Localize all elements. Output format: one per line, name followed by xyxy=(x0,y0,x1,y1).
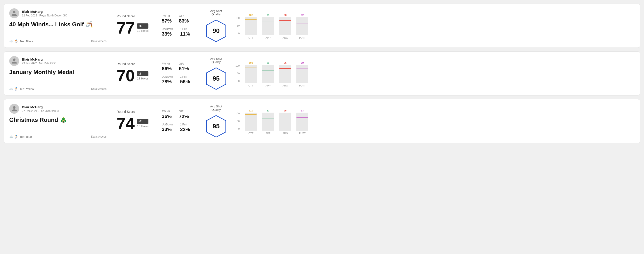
score-badge-wrapper: +2 18 Holes xyxy=(137,119,148,128)
bar-group-arg: 98 ARG xyxy=(279,14,291,39)
hexagon-container: 90 xyxy=(206,20,226,42)
stats-row-bottom: Up/Down 78% 1 Putt 56% xyxy=(162,75,198,85)
gir-value: 61% xyxy=(179,66,189,72)
user-name: Blair McHarg xyxy=(22,10,67,13)
one-putt-value: 11% xyxy=(180,31,190,37)
chart-bars: 107 OTT 95 APP 98 xyxy=(245,14,635,39)
stats-row-bottom: Up/Down 33% 1 Putt 11% xyxy=(162,27,198,37)
bar-line-putt xyxy=(296,117,308,118)
bar-label-arg: ARG xyxy=(282,132,288,135)
bar-fill-putt xyxy=(296,117,308,130)
bar-group-arg: 95 ARG xyxy=(279,109,291,135)
bar-fill-arg xyxy=(279,68,291,83)
gir-label: GIR xyxy=(179,62,189,65)
bar-label-putt: PUTT xyxy=(299,132,306,135)
chart-bars: 110 OTT 87 APP 95 xyxy=(245,109,635,135)
hexagon-container: 95 xyxy=(206,67,226,90)
tee-label: Tee: Yellow xyxy=(20,87,34,91)
stat-fw-hit: FW Hit 86% xyxy=(162,62,172,72)
one-putt-label: 1 Putt xyxy=(180,75,190,78)
score-number: 74 xyxy=(116,115,135,131)
card-quality: Avg Shot Quality 95 xyxy=(202,99,230,143)
user-details: Blair McHarg 27 Dec 2021 · The Oxfordshi… xyxy=(22,105,59,113)
tee-info: ☁️ 🏌 Tee: Blue xyxy=(9,135,32,138)
card-stats: FW Hit 86% GIR 61% Up/Down 78% 1 Putt 56… xyxy=(157,52,202,95)
stat-gir: GIR 61% xyxy=(179,62,189,72)
score-badge-wrapper: -2 18 Holes xyxy=(137,71,148,80)
score-number: 77 xyxy=(116,20,135,36)
one-putt-value: 22% xyxy=(180,127,190,132)
user-name: Blair McHarg xyxy=(22,105,59,109)
stat-gir: GIR 83% xyxy=(179,14,189,24)
bar-wrapper-app xyxy=(262,65,274,83)
bar-value-arg: 96 xyxy=(284,61,286,64)
score-label: Round Score xyxy=(116,110,152,114)
up-down-label: Up/Down xyxy=(162,123,173,126)
user-info: Blair McHarg 29 Jan 2022 · Mill Ride GCC xyxy=(9,56,106,66)
bar-value-app: 86 xyxy=(266,61,269,64)
bar-group-putt: 82 PUTT xyxy=(296,14,308,39)
fw-hit-value: 36% xyxy=(162,114,172,119)
card-footer: ☁️ 🏌 Tee: Black Data: Arccos xyxy=(9,39,106,43)
bar-value-app: 95 xyxy=(266,14,269,16)
tee-label: Tee: Blue xyxy=(20,135,32,138)
chart-y-labels: 100 50 0 xyxy=(236,64,240,87)
fw-hit-value: 57% xyxy=(162,18,172,24)
score-row: 77 +5 18 Holes xyxy=(116,20,152,36)
bar-value-putt: 93 xyxy=(301,109,304,112)
stats-row-top: FW Hit 36% GIR 72% xyxy=(162,110,198,119)
stat-fw-hit: FW Hit 57% xyxy=(162,14,172,24)
round-card-1[interactable]: Blair McHarg 12 Feb 2022 · Royal North D… xyxy=(4,3,640,48)
user-info: Blair McHarg 27 Dec 2021 · The Oxfordshi… xyxy=(9,104,106,114)
weather-icon: ☁️ xyxy=(9,135,13,138)
bar-line-ott xyxy=(245,68,257,68)
round-title: 40 Mph Winds... Links Golf 🪃 xyxy=(9,21,106,28)
y-label-100: 100 xyxy=(236,17,240,19)
bar-line-ott xyxy=(245,114,257,115)
card-stats: FW Hit 36% GIR 72% Up/Down 33% 1 Putt 22… xyxy=(157,99,202,143)
score-badge: -2 xyxy=(137,71,148,76)
bar-line-ott xyxy=(245,19,257,20)
round-card-2[interactable]: Blair McHarg 29 Jan 2022 · Mill Ride GCC… xyxy=(4,51,640,96)
golf-bag-icon: 🏌 xyxy=(14,87,18,91)
bar-value-putt: 99 xyxy=(301,61,304,64)
card-quality: Avg Shot Quality 95 xyxy=(202,52,230,95)
score-badge-wrapper: +5 18 Holes xyxy=(137,23,148,32)
round-card-3[interactable]: Blair McHarg 27 Dec 2021 · The Oxfordshi… xyxy=(4,99,640,143)
y-label-100: 100 xyxy=(236,64,240,67)
y-label-50: 50 xyxy=(237,120,240,123)
data-source: Data: Arccos xyxy=(91,87,106,91)
up-down-value: 33% xyxy=(162,31,173,37)
score-number: 70 xyxy=(116,68,135,84)
card-footer: ☁️ 🏌 Tee: Yellow Data: Arccos xyxy=(9,87,106,91)
chart-bars: 101 OTT 86 APP 96 xyxy=(245,61,635,87)
stat-one-putt: 1 Putt 56% xyxy=(180,75,190,85)
bar-fill-arg xyxy=(279,117,291,130)
score-row: 70 -2 18 Holes xyxy=(116,68,152,84)
bar-label-app: APP xyxy=(266,132,270,135)
bar-line-arg xyxy=(279,20,291,21)
chart-area: 100 50 0 110 OTT 87 APP xyxy=(236,108,635,135)
score-holes: 18 Holes xyxy=(137,29,148,32)
fw-hit-label: FW Hit xyxy=(162,14,172,17)
y-label-0: 0 xyxy=(238,127,240,130)
chart-y-labels: 100 50 0 xyxy=(236,112,240,135)
y-label-0: 0 xyxy=(238,80,240,82)
up-down-label: Up/Down xyxy=(162,27,173,31)
one-putt-value: 56% xyxy=(180,79,190,85)
score-holes: 18 Holes xyxy=(137,125,148,128)
avatar xyxy=(9,104,19,114)
avatar xyxy=(9,8,19,18)
bar-fill-app xyxy=(262,21,274,35)
gir-value: 83% xyxy=(179,18,189,24)
bar-fill-arg xyxy=(279,20,291,35)
person-icon xyxy=(11,58,17,64)
user-info: Blair McHarg 12 Feb 2022 · Royal North D… xyxy=(9,8,106,18)
bar-group-ott: 107 OTT xyxy=(245,14,257,39)
bar-value-putt: 82 xyxy=(301,14,304,16)
stat-up-down: Up/Down 33% xyxy=(162,123,173,132)
bar-wrapper-ott xyxy=(245,17,257,35)
card-chart: 100 50 0 101 OTT 86 APP xyxy=(230,52,640,95)
score-label: Round Score xyxy=(116,62,152,66)
bar-fill-putt xyxy=(296,23,308,35)
